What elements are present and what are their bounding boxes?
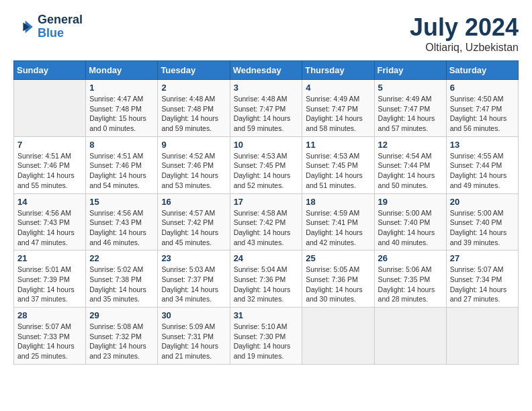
calendar-cell	[14, 80, 86, 137]
calendar-cell: 2Sunrise: 4:48 AM Sunset: 7:48 PM Daylig…	[158, 80, 230, 137]
day-info: Sunrise: 4:59 AM Sunset: 7:41 PM Dayligh…	[306, 208, 370, 248]
day-number: 21	[17, 253, 82, 263]
calendar-cell: 8Sunrise: 4:51 AM Sunset: 7:46 PM Daylig…	[86, 136, 158, 193]
day-info: Sunrise: 4:55 AM Sunset: 7:44 PM Dayligh…	[450, 151, 515, 191]
calendar-cell: 3Sunrise: 4:48 AM Sunset: 7:47 PM Daylig…	[230, 80, 302, 137]
calendar-week-5: 28Sunrise: 5:07 AM Sunset: 7:33 PM Dayli…	[14, 308, 519, 365]
calendar-cell: 10Sunrise: 4:53 AM Sunset: 7:45 PM Dayli…	[230, 136, 302, 193]
calendar-week-3: 14Sunrise: 4:56 AM Sunset: 7:43 PM Dayli…	[14, 193, 519, 250]
calendar-cell: 29Sunrise: 5:08 AM Sunset: 7:32 PM Dayli…	[86, 308, 158, 365]
logo: General Blue	[13, 13, 83, 40]
day-number: 14	[17, 197, 82, 207]
calendar-cell: 4Sunrise: 4:49 AM Sunset: 7:47 PM Daylig…	[302, 80, 374, 137]
day-info: Sunrise: 4:54 AM Sunset: 7:44 PM Dayligh…	[378, 151, 443, 191]
calendar-cell: 13Sunrise: 4:55 AM Sunset: 7:44 PM Dayli…	[446, 136, 518, 193]
weekday-header-sunday: Sunday	[14, 61, 86, 80]
day-info: Sunrise: 5:01 AM Sunset: 7:39 PM Dayligh…	[17, 265, 82, 304]
day-info: Sunrise: 5:09 AM Sunset: 7:31 PM Dayligh…	[161, 322, 226, 361]
day-number: 1	[89, 83, 154, 93]
day-info: Sunrise: 4:56 AM Sunset: 7:43 PM Dayligh…	[17, 208, 82, 248]
calendar-cell: 23Sunrise: 5:03 AM Sunset: 7:37 PM Dayli…	[158, 250, 230, 308]
calendar-cell: 21Sunrise: 5:01 AM Sunset: 7:39 PM Dayli…	[14, 250, 86, 308]
calendar-cell: 7Sunrise: 4:51 AM Sunset: 7:46 PM Daylig…	[14, 136, 86, 193]
calendar-cell: 27Sunrise: 5:07 AM Sunset: 7:34 PM Dayli…	[446, 250, 518, 308]
day-number: 16	[161, 197, 226, 207]
day-info: Sunrise: 5:04 AM Sunset: 7:36 PM Dayligh…	[234, 265, 299, 304]
day-number: 24	[234, 253, 299, 263]
day-info: Sunrise: 4:50 AM Sunset: 7:47 PM Dayligh…	[450, 94, 515, 134]
day-number: 22	[89, 253, 154, 263]
day-number: 13	[450, 140, 515, 150]
day-number: 12	[378, 140, 443, 150]
day-info: Sunrise: 4:58 AM Sunset: 7:42 PM Dayligh…	[234, 208, 299, 248]
calendar-week-4: 21Sunrise: 5:01 AM Sunset: 7:39 PM Dayli…	[14, 250, 519, 308]
calendar-cell	[446, 308, 518, 365]
calendar-cell: 18Sunrise: 4:59 AM Sunset: 7:41 PM Dayli…	[302, 193, 374, 250]
calendar-week-1: 1Sunrise: 4:47 AM Sunset: 7:48 PM Daylig…	[14, 80, 519, 137]
weekday-header-monday: Monday	[86, 61, 158, 80]
day-info: Sunrise: 5:07 AM Sunset: 7:33 PM Dayligh…	[17, 322, 82, 361]
day-number: 28	[17, 310, 82, 320]
page-header: General Blue July 2024 Oltiariq, Uzbekis…	[13, 13, 519, 54]
location: Oltiariq, Uzbekistan	[410, 42, 519, 54]
day-number: 30	[161, 310, 226, 320]
calendar-cell: 12Sunrise: 4:54 AM Sunset: 7:44 PM Dayli…	[374, 136, 446, 193]
logo-text: General Blue	[38, 13, 83, 40]
calendar-cell: 30Sunrise: 5:09 AM Sunset: 7:31 PM Dayli…	[158, 308, 230, 365]
day-info: Sunrise: 4:48 AM Sunset: 7:48 PM Dayligh…	[161, 94, 226, 134]
calendar-cell: 16Sunrise: 4:57 AM Sunset: 7:42 PM Dayli…	[158, 193, 230, 250]
calendar-body: 1Sunrise: 4:47 AM Sunset: 7:48 PM Daylig…	[14, 80, 519, 365]
day-number: 31	[234, 310, 299, 320]
day-number: 15	[89, 197, 154, 207]
day-number: 25	[306, 253, 370, 263]
weekday-header-saturday: Saturday	[446, 61, 518, 80]
day-info: Sunrise: 4:49 AM Sunset: 7:47 PM Dayligh…	[378, 94, 443, 134]
weekday-header-friday: Friday	[374, 61, 446, 80]
day-info: Sunrise: 4:51 AM Sunset: 7:46 PM Dayligh…	[89, 151, 154, 191]
calendar-cell	[374, 308, 446, 365]
day-info: Sunrise: 5:00 AM Sunset: 7:40 PM Dayligh…	[378, 208, 443, 248]
day-info: Sunrise: 4:52 AM Sunset: 7:46 PM Dayligh…	[161, 151, 226, 191]
day-number: 4	[306, 83, 370, 93]
day-info: Sunrise: 5:02 AM Sunset: 7:38 PM Dayligh…	[89, 265, 154, 304]
calendar-cell: 11Sunrise: 4:53 AM Sunset: 7:45 PM Dayli…	[302, 136, 374, 193]
calendar-cell: 14Sunrise: 4:56 AM Sunset: 7:43 PM Dayli…	[14, 193, 86, 250]
day-info: Sunrise: 4:57 AM Sunset: 7:42 PM Dayligh…	[161, 208, 226, 248]
day-info: Sunrise: 4:53 AM Sunset: 7:45 PM Dayligh…	[306, 151, 370, 191]
day-info: Sunrise: 5:00 AM Sunset: 7:40 PM Dayligh…	[450, 208, 515, 248]
day-info: Sunrise: 4:51 AM Sunset: 7:46 PM Dayligh…	[17, 151, 82, 191]
day-info: Sunrise: 5:07 AM Sunset: 7:34 PM Dayligh…	[450, 265, 515, 304]
weekday-header-thursday: Thursday	[302, 61, 374, 80]
day-number: 18	[306, 197, 370, 207]
day-number: 19	[378, 197, 443, 207]
calendar-cell: 19Sunrise: 5:00 AM Sunset: 7:40 PM Dayli…	[374, 193, 446, 250]
day-info: Sunrise: 5:08 AM Sunset: 7:32 PM Dayligh…	[89, 322, 154, 361]
day-info: Sunrise: 4:48 AM Sunset: 7:47 PM Dayligh…	[234, 94, 299, 134]
day-info: Sunrise: 4:56 AM Sunset: 7:43 PM Dayligh…	[89, 208, 154, 248]
calendar-cell: 5Sunrise: 4:49 AM Sunset: 7:47 PM Daylig…	[374, 80, 446, 137]
calendar-cell: 9Sunrise: 4:52 AM Sunset: 7:46 PM Daylig…	[158, 136, 230, 193]
day-number: 9	[161, 140, 226, 150]
calendar-cell: 17Sunrise: 4:58 AM Sunset: 7:42 PM Dayli…	[230, 193, 302, 250]
day-number: 5	[378, 83, 443, 93]
day-info: Sunrise: 5:06 AM Sunset: 7:35 PM Dayligh…	[378, 265, 443, 304]
calendar-cell: 22Sunrise: 5:02 AM Sunset: 7:38 PM Dayli…	[86, 250, 158, 308]
calendar-cell: 28Sunrise: 5:07 AM Sunset: 7:33 PM Dayli…	[14, 308, 86, 365]
day-number: 26	[378, 253, 443, 263]
day-number: 11	[306, 140, 370, 150]
calendar-cell: 31Sunrise: 5:10 AM Sunset: 7:30 PM Dayli…	[230, 308, 302, 365]
calendar-cell: 25Sunrise: 5:05 AM Sunset: 7:36 PM Dayli…	[302, 250, 374, 308]
calendar-cell: 1Sunrise: 4:47 AM Sunset: 7:48 PM Daylig…	[86, 80, 158, 137]
month-year: July 2024	[410, 13, 519, 42]
day-info: Sunrise: 4:49 AM Sunset: 7:47 PM Dayligh…	[306, 94, 370, 134]
calendar-cell	[302, 308, 374, 365]
day-info: Sunrise: 5:03 AM Sunset: 7:37 PM Dayligh…	[161, 265, 226, 304]
calendar-cell: 26Sunrise: 5:06 AM Sunset: 7:35 PM Dayli…	[374, 250, 446, 308]
calendar-cell: 24Sunrise: 5:04 AM Sunset: 7:36 PM Dayli…	[230, 250, 302, 308]
weekday-header-row: SundayMondayTuesdayWednesdayThursdayFrid…	[14, 61, 519, 80]
calendar-cell: 20Sunrise: 5:00 AM Sunset: 7:40 PM Dayli…	[446, 193, 518, 250]
calendar-cell: 6Sunrise: 4:50 AM Sunset: 7:47 PM Daylig…	[446, 80, 518, 137]
day-info: Sunrise: 5:05 AM Sunset: 7:36 PM Dayligh…	[306, 265, 370, 304]
day-number: 7	[17, 140, 82, 150]
calendar-week-2: 7Sunrise: 4:51 AM Sunset: 7:46 PM Daylig…	[14, 136, 519, 193]
